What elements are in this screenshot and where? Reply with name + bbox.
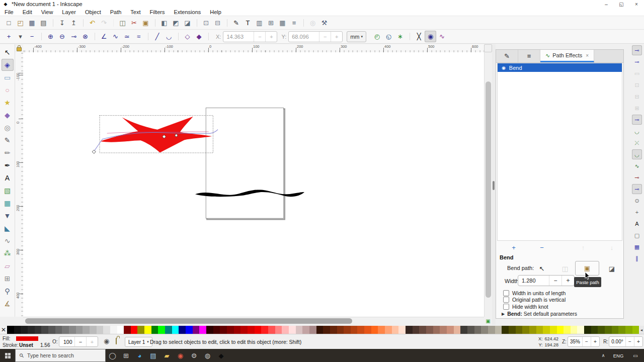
palette-swatch[interactable]: [7, 326, 14, 334]
palette-swatch[interactable]: [97, 326, 104, 334]
auto-smooth-node-icon[interactable]: ≈: [133, 31, 144, 42]
palette-swatch[interactable]: [289, 326, 296, 334]
palette-swatch[interactable]: [481, 326, 488, 334]
node-tool[interactable]: ◈: [2, 59, 14, 71]
delete-segment-icon[interactable]: ⊗: [79, 31, 91, 42]
palette-swatch[interactable]: [371, 326, 378, 334]
palette-swatch[interactable]: [488, 326, 495, 334]
horizontal-scrollbar[interactable]: [23, 317, 484, 325]
snap-cusp-nodes-icon[interactable]: ◡: [632, 149, 642, 159]
corner-node-icon[interactable]: ∠: [98, 31, 110, 42]
snap-grid-icon[interactable]: ▦: [632, 242, 642, 252]
connector-tool[interactable]: ⊞: [2, 273, 14, 285]
spiral-tool[interactable]: ◎: [2, 122, 14, 134]
palette-swatch[interactable]: [447, 326, 454, 334]
path-node-circle[interactable]: [175, 134, 178, 137]
palette-swatch[interactable]: [378, 326, 385, 334]
transform-handles-icon[interactable]: ╳: [413, 31, 425, 42]
snap-toggle-icon[interactable]: ⊸: [632, 45, 642, 55]
object-to-path-icon[interactable]: ◇: [182, 31, 193, 42]
x-decrement-button[interactable]: −: [254, 32, 265, 42]
snap-page-border-icon[interactable]: ▢: [632, 230, 642, 240]
copy-icon[interactable]: ◫: [117, 17, 128, 29]
move-effect-down-button[interactable]: ↓: [606, 242, 617, 253]
palette-swatch[interactable]: [632, 326, 639, 334]
symmetric-node-icon[interactable]: ≃: [121, 31, 133, 42]
select-all-icon[interactable]: ⊡: [200, 17, 212, 29]
edit-clip-icon[interactable]: ◴: [371, 31, 383, 42]
palette-swatch[interactable]: [117, 326, 124, 334]
palette-swatch[interactable]: [48, 326, 55, 334]
dropper-tool[interactable]: ▼: [2, 210, 14, 222]
palette-swatch[interactable]: [605, 326, 612, 334]
document-properties-icon[interactable]: ⊞: [265, 17, 277, 29]
palette-swatch[interactable]: [14, 326, 21, 334]
palette-swatch[interactable]: [323, 326, 330, 334]
unit-dropdown[interactable]: mm▾: [347, 31, 366, 42]
no-color-swatch[interactable]: ✕: [0, 326, 7, 334]
width-increment-button[interactable]: +: [561, 276, 574, 286]
opacity-decrement-button[interactable]: −: [74, 337, 86, 346]
show-bezier-handles-icon[interactable]: ◉: [425, 31, 436, 42]
taskbar-search-input[interactable]: ⚲ Type here to search: [15, 349, 106, 362]
palette-swatch[interactable]: [509, 326, 516, 334]
move-effect-up-button[interactable]: ↑: [578, 242, 589, 253]
star-object[interactable]: [100, 117, 212, 153]
palette-swatch[interactable]: [557, 326, 564, 334]
palette-swatch[interactable]: [413, 326, 420, 334]
palette-swatch[interactable]: [220, 326, 227, 334]
palette-swatch[interactable]: [516, 326, 523, 334]
palette-swatch[interactable]: [179, 326, 186, 334]
y-decrement-button[interactable]: −: [319, 32, 331, 42]
find-icon[interactable]: ◎: [307, 17, 318, 29]
clone-icon[interactable]: ◩: [170, 17, 182, 29]
chrome-icon[interactable]: ◉: [174, 349, 187, 362]
palette-swatch[interactable]: [433, 326, 440, 334]
rotate-cw-button[interactable]: +: [634, 337, 642, 346]
snap-bbox-corners-icon[interactable]: ⊡: [632, 80, 642, 90]
import-icon[interactable]: ↧: [56, 17, 68, 29]
palette-swatch[interactable]: [577, 326, 584, 334]
paste-icon[interactable]: ▣: [140, 17, 151, 29]
palette-swatch[interactable]: [536, 326, 543, 334]
palette-swatch[interactable]: [584, 326, 591, 334]
remove-effect-button[interactable]: −: [536, 242, 547, 253]
palette-swatch[interactable]: [467, 326, 474, 334]
ellipse-tool[interactable]: ○: [2, 84, 14, 96]
fill-stroke-icon[interactable]: ✎: [230, 17, 242, 29]
show-path-outline-icon[interactable]: ∿: [436, 31, 448, 42]
zoom-out-button[interactable]: −: [582, 337, 591, 346]
palette-swatch[interactable]: [357, 326, 364, 334]
box3d-tool[interactable]: ◆: [2, 109, 14, 121]
palette-swatch[interactable]: [618, 326, 625, 334]
palette-swatch[interactable]: [385, 326, 392, 334]
insert-node-icon[interactable]: +: [3, 31, 15, 42]
opacity-field[interactable]: 100 − +: [59, 336, 98, 347]
menu-item[interactable]: View: [37, 9, 58, 15]
palette-swatch[interactable]: [543, 326, 550, 334]
text-icon[interactable]: T: [242, 17, 254, 29]
effect-visibility-icon[interactable]: ◉: [502, 65, 506, 70]
gradient-tool[interactable]: ▧: [2, 185, 14, 197]
palette-swatch[interactable]: [309, 326, 316, 334]
menu-item[interactable]: Object: [80, 9, 106, 15]
next-path-effect-param-icon[interactable]: ∗: [394, 31, 406, 42]
selector-tool[interactable]: ↖: [2, 46, 14, 58]
insert-node-options-icon[interactable]: ▾: [15, 31, 26, 42]
set-default-parameters-expander[interactable]: ▶ Bend: Set default parameters: [502, 311, 577, 317]
palette-scroll-arrow-icon[interactable]: ◄: [639, 326, 644, 334]
tab-fill-stroke[interactable]: ✎: [496, 50, 518, 62]
edit-bend-path-on-canvas-icon[interactable]: ↖: [536, 263, 547, 274]
rectangle-tool[interactable]: ▭: [2, 71, 14, 83]
palette-swatch[interactable]: [474, 326, 481, 334]
line-segment-icon[interactable]: ╱: [151, 31, 163, 42]
cut-icon[interactable]: ✂: [128, 17, 140, 29]
palette-swatch[interactable]: [131, 326, 138, 334]
palette-swatch[interactable]: [41, 326, 48, 334]
y-coordinate-field[interactable]: 68.096 − +: [288, 31, 343, 42]
layers-icon[interactable]: ≡: [288, 17, 300, 29]
close-button[interactable]: ×: [629, 0, 644, 8]
palette-swatch[interactable]: [240, 326, 248, 334]
stroke-to-path-icon[interactable]: ◆: [193, 31, 205, 42]
snap-bbox-icon[interactable]: ⊸: [632, 57, 642, 67]
